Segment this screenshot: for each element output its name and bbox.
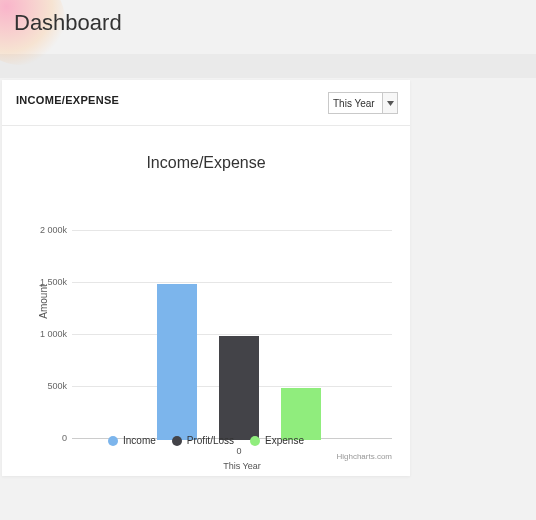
chevron-down-icon <box>382 93 397 113</box>
card-title: INCOME/EXPENSE <box>16 94 119 106</box>
y-tick-label: 1 500k <box>37 277 67 287</box>
chart-title: Income/Expense <box>2 154 410 172</box>
legend-label: Income <box>123 435 156 446</box>
credits-link[interactable]: Highcharts.com <box>336 452 392 461</box>
timeframe-select[interactable]: This Year <box>328 92 398 114</box>
bar-profitloss[interactable] <box>219 336 259 440</box>
legend-swatch-icon <box>108 436 118 446</box>
gridline <box>72 334 392 335</box>
y-tick-label: 2 000k <box>37 225 67 235</box>
y-tick-label: 1 000k <box>37 329 67 339</box>
timeframe-selected-label: This Year <box>329 98 382 109</box>
legend-swatch-icon <box>250 436 260 446</box>
legend-label: Expense <box>265 435 304 446</box>
bar-income[interactable] <box>157 284 197 440</box>
x-tick-value: 0 <box>229 446 249 456</box>
bar-expense[interactable] <box>281 388 321 440</box>
y-tick-label: 500k <box>37 381 67 391</box>
plot-region: 0 500k 1 000k 1 500k 2 000k 0 This Year <box>72 178 392 440</box>
header-strip <box>0 54 536 78</box>
gridline <box>72 282 392 283</box>
page-title: Dashboard <box>14 10 122 36</box>
legend-item-expense[interactable]: Expense <box>250 435 304 446</box>
card-header: INCOME/EXPENSE This Year <box>2 80 410 126</box>
gridline <box>72 230 392 231</box>
legend-item-profitloss[interactable]: Profit/Loss <box>172 435 234 446</box>
legend: Income Profit/Loss Expense <box>2 435 410 446</box>
chart-area: Income/Expense Amount 0 500k 1 000k 1 50… <box>2 126 410 476</box>
y-axis-label: Amount <box>38 284 49 318</box>
x-axis-label: This Year <box>202 461 282 471</box>
legend-label: Profit/Loss <box>187 435 234 446</box>
legend-item-income[interactable]: Income <box>108 435 156 446</box>
income-expense-card: INCOME/EXPENSE This Year Income/Expense … <box>2 80 410 476</box>
legend-swatch-icon <box>172 436 182 446</box>
